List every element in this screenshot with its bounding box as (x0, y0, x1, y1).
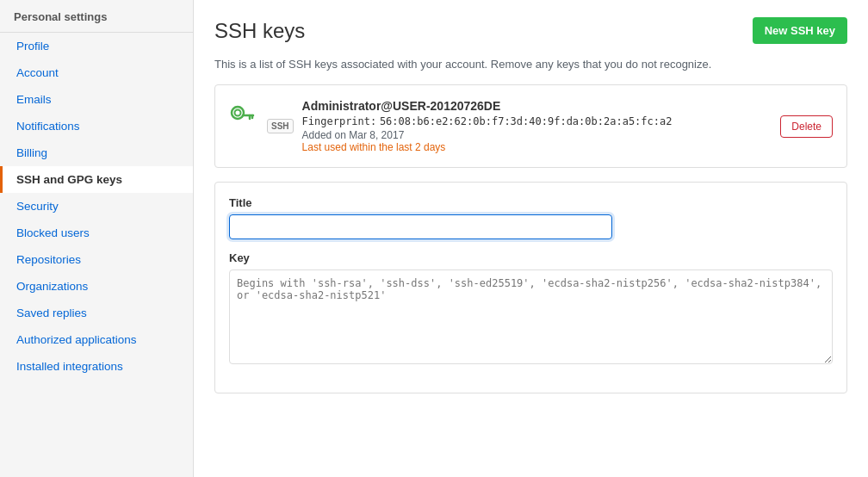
ssh-key-card: SSH Administrator@USER-20120726DE Finger… (214, 84, 847, 168)
key-group: Key (229, 251, 833, 367)
ssh-key-details: Administrator@USER-20120726DE Fingerprin… (302, 99, 767, 153)
page-title: SSH keys (214, 19, 305, 43)
fingerprint-value: 56:08:b6:e2:62:0b:f7:3d:40:9f:da:0b:2a:a… (380, 115, 673, 127)
key-textarea[interactable] (229, 269, 833, 364)
key-svg (229, 101, 257, 128)
info-text: This is a list of SSH keys associated wi… (214, 58, 847, 71)
sidebar-item-profile[interactable]: Profile (0, 33, 193, 59)
sidebar-item-repositories[interactable]: Repositories (0, 246, 193, 273)
sidebar-item-ssh-gpg-keys[interactable]: SSH and GPG keys (0, 166, 193, 193)
ssh-key-name: Administrator@USER-20120726DE (302, 99, 767, 113)
new-ssh-button[interactable]: New SSH key (753, 17, 847, 44)
ssh-badge: SSH (267, 119, 294, 133)
sidebar-header: Personal settings (0, 0, 193, 33)
sidebar: Personal settings Profile Account Emails… (0, 0, 194, 477)
sidebar-item-saved-replies[interactable]: Saved replies (0, 300, 193, 326)
page-header: SSH keys New SSH key (214, 17, 847, 44)
title-input[interactable] (229, 214, 612, 239)
ssh-key-fingerprint: Fingerprint: 56:08:b6:e2:62:0b:f7:3d:40:… (302, 115, 767, 127)
delete-ssh-key-button[interactable]: Delete (780, 115, 833, 138)
svg-point-1 (235, 110, 241, 116)
title-label: Title (229, 196, 833, 209)
ssh-key-icon (229, 101, 257, 131)
title-group: Title (229, 196, 833, 239)
svg-point-0 (232, 107, 244, 119)
add-ssh-form: Title Key (214, 182, 847, 393)
sidebar-item-security[interactable]: Security (0, 193, 193, 220)
sidebar-item-account[interactable]: Account (0, 59, 193, 86)
ssh-key-added: Added on Mar 8, 2017 (302, 129, 767, 141)
sidebar-item-notifications[interactable]: Notifications (0, 113, 193, 139)
key-label: Key (229, 251, 833, 264)
sidebar-item-authorized-applications[interactable]: Authorized applications (0, 326, 193, 353)
sidebar-item-blocked-users[interactable]: Blocked users (0, 220, 193, 246)
fingerprint-label: Fingerprint: (302, 115, 377, 127)
main-content: SSH keys New SSH key This is a list of S… (194, 0, 868, 477)
sidebar-item-emails[interactable]: Emails (0, 86, 193, 113)
ssh-key-last-used: Last used within the last 2 days (302, 141, 767, 153)
sidebar-item-organizations[interactable]: Organizations (0, 273, 193, 300)
sidebar-item-installed-integrations[interactable]: Installed integrations (0, 353, 193, 380)
sidebar-item-billing[interactable]: Billing (0, 139, 193, 166)
